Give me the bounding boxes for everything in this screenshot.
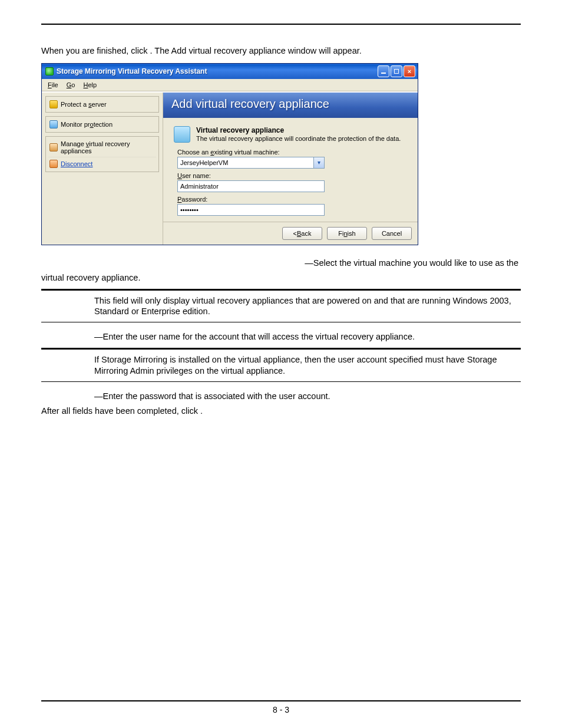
sidebar-item-disconnect[interactable]: Disconnect [48,157,156,170]
sidebar-label: Disconnect [61,160,92,167]
bullet-username: —Enter the user name for the account tha… [41,331,521,343]
top-rule [41,24,521,25]
maximize-button[interactable] [391,65,402,77]
section-heading: Virtual recovery appliance [196,126,401,134]
sidebar-label: Monitor protection [61,121,113,128]
choose-label: Choose an existing virtual machine: [177,149,407,156]
section-subtext: The virtual recovery appliance will coor… [196,135,401,142]
titlebar: Storage Mirroring Virtual Recovery Assis… [42,64,418,79]
bullet-choose-vm-2: virtual recovery appliance. [41,272,521,284]
sidebar-item-manage[interactable]: Manage virtual recovery appliances [48,138,156,157]
vm-combobox[interactable]: ▾ [177,157,325,169]
page-number: 8 - 3 [273,705,289,714]
menu-help[interactable]: Help [83,81,97,88]
password-input[interactable] [177,204,325,216]
closing-text: After all fields have been completed, cl… [41,405,521,417]
sidebar-label: Manage virtual recovery appliances [61,140,155,154]
disconnect-icon [49,160,58,168]
cancel-button[interactable]: Cancel [372,227,412,240]
sidebar-item-protect[interactable]: Protect a server [48,98,156,111]
vm-input[interactable] [178,157,313,168]
appliance-icon [174,126,190,143]
bullet-choose-vm: —Select the virtual machine you would li… [41,257,521,269]
menubar: File Go Help [42,79,418,91]
dialog-window: Storage Mirroring Virtual Recovery Assis… [41,63,418,245]
app-icon [45,67,54,75]
content-header: Add virtual recovery appliance [163,93,418,118]
pass-label: Password: [177,196,407,203]
monitor-icon [49,120,58,129]
dropdown-icon[interactable]: ▾ [313,157,324,168]
finish-button[interactable]: Finish [327,227,367,240]
sidebar-item-monitor[interactable]: Monitor protection [48,118,156,131]
bullet-password: —Enter the password that is associated w… [41,390,521,403]
minimize-button[interactable] [378,65,389,77]
user-label: User name: [177,172,407,179]
back-button[interactable]: < Back [282,227,322,240]
menu-file[interactable]: File [48,81,58,88]
note-admin-priv: If Storage Mirroring is installed on the… [41,348,521,382]
page-footer: 8 - 3 [41,700,521,714]
sidebar: Protect a server Monitor protection Mana… [42,93,163,245]
content-pane: Add virtual recovery appliance Virtual r… [163,93,418,245]
button-row: < Back Finish Cancel [163,222,418,245]
sidebar-label: Protect a server [61,101,107,108]
note-powered-on: This field will only display virtual rec… [41,289,521,323]
manage-icon [49,143,58,151]
shield-icon [49,100,58,108]
window-title: Storage Mirroring Virtual Recovery Assis… [57,67,207,75]
close-button[interactable]: × [404,65,415,77]
intro-text: When you are finished, click . The Add v… [41,45,521,57]
menu-go[interactable]: Go [67,81,75,88]
username-input[interactable] [177,180,325,192]
